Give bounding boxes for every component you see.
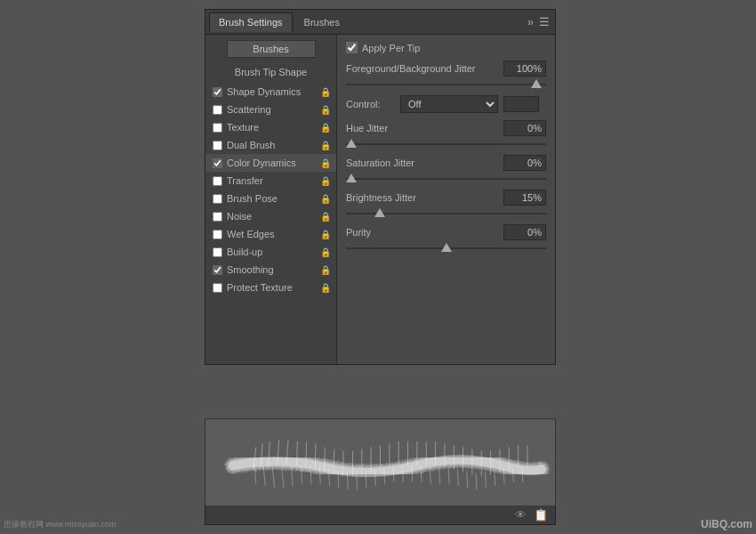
- smoothing-checkbox[interactable]: [213, 265, 222, 275]
- saturation-jitter-label: Saturation Jitter: [346, 158, 414, 168]
- fg-bg-jitter-thumb: [531, 79, 542, 88]
- sidebar-item-buildup[interactable]: Build-up 🔒: [205, 243, 336, 261]
- brightness-jitter-slider[interactable]: [346, 208, 546, 219]
- buildup-checkbox[interactable]: [213, 247, 222, 257]
- brush-tip-shape-header: Brush Tip Shape: [205, 65, 336, 79]
- sidebar-item-transfer[interactable]: Transfer 🔒: [205, 172, 336, 190]
- shape-dynamics-label: Shape Dynamics: [227, 86, 301, 97]
- transfer-checkbox[interactable]: [213, 176, 222, 186]
- sidebar-item-dual-brush[interactable]: Dual Brush 🔒: [205, 136, 336, 154]
- purity-value[interactable]: [503, 224, 546, 240]
- wet-edges-label: Wet Edges: [227, 229, 275, 239]
- lock-icon-3: 🔒: [320, 141, 331, 150]
- lock-icon-6: 🔒: [320, 194, 331, 204]
- hue-jitter-label: Hue Jitter: [346, 123, 388, 134]
- noise-checkbox[interactable]: [213, 212, 222, 222]
- texture-label: Texture: [227, 122, 259, 133]
- clipboard-icon[interactable]: 📋: [534, 508, 548, 522]
- lock-icon-9: 🔒: [320, 247, 331, 257]
- sidebar-item-noise[interactable]: Noise 🔒: [205, 207, 336, 225]
- lock-icon-8: 🔒: [320, 230, 331, 239]
- watermark: 思缘教程网 www.missyuan.com: [4, 519, 117, 530]
- apply-per-tip-label: Apply Per Tip: [362, 43, 420, 53]
- color-dynamics-label: Color Dynamics: [227, 158, 296, 168]
- texture-checkbox[interactable]: [213, 123, 222, 133]
- logo-text: UiBQ.com: [701, 518, 752, 530]
- color-dynamics-checkbox[interactable]: [213, 158, 222, 168]
- sidebar-item-color-dynamics[interactable]: Color Dynamics 🔒: [205, 154, 336, 172]
- sidebar-item-protect-texture[interactable]: Protect Texture 🔒: [205, 279, 336, 296]
- lock-icon-11: 🔒: [320, 283, 331, 293]
- noise-label: Noise: [227, 211, 252, 222]
- fg-bg-jitter-row: Foreground/Background Jitter: [346, 61, 546, 90]
- protect-texture-label: Protect Texture: [227, 282, 293, 293]
- lock-icon-7: 🔒: [320, 212, 331, 222]
- content-area: Apply Per Tip Foreground/Background Jitt…: [337, 35, 555, 364]
- transfer-label: Transfer: [227, 175, 263, 186]
- lock-icon-4: 🔒: [320, 158, 331, 168]
- hue-jitter-value[interactable]: [503, 120, 546, 136]
- control-row: Control: Off Fade Pen Pressure Pen Tilt …: [346, 95, 546, 113]
- logo: UiBQ.com: [701, 518, 752, 530]
- lock-icon-1: 🔒: [320, 105, 331, 115]
- hue-jitter-slider[interactable]: [346, 139, 546, 150]
- apply-per-tip-checkbox[interactable]: [346, 42, 358, 53]
- wet-edges-checkbox[interactable]: [213, 230, 222, 239]
- lock-icon-5: 🔒: [320, 176, 331, 186]
- menu-icon[interactable]: ☰: [539, 15, 550, 28]
- sidebar-item-smoothing[interactable]: Smoothing 🔒: [205, 261, 336, 279]
- brush-settings-panel: Brush Settings Brushes » ☰ Brushes Brush…: [205, 9, 556, 365]
- hue-jitter-thumb: [346, 139, 357, 148]
- lock-icon-0: 🔒: [320, 87, 331, 97]
- lock-icon-10: 🔒: [320, 265, 331, 275]
- sidebar-item-shape-dynamics[interactable]: Shape Dynamics 🔒: [205, 83, 336, 101]
- protect-texture-checkbox[interactable]: [213, 283, 222, 293]
- sidebar-item-brush-pose[interactable]: Brush Pose 🔒: [205, 190, 336, 207]
- brush-preview-area: [205, 418, 556, 507]
- shape-dynamics-checkbox[interactable]: [213, 87, 222, 97]
- tab-bar: Brush Settings Brushes » ☰: [205, 10, 555, 35]
- eye-icon[interactable]: 👁: [515, 508, 527, 522]
- scattering-checkbox[interactable]: [213, 105, 222, 115]
- sidebar-item-scattering[interactable]: Scattering 🔒: [205, 101, 336, 118]
- watermark-text: 思缘教程网 www.missyuan.com: [4, 520, 117, 529]
- saturation-jitter-value[interactable]: [503, 155, 546, 171]
- dual-brush-label: Dual Brush: [227, 140, 275, 150]
- purity-row: Purity: [346, 224, 546, 254]
- brush-preview-svg: [205, 419, 555, 506]
- sidebar-item-wet-edges[interactable]: Wet Edges 🔒: [205, 225, 336, 243]
- brush-pose-checkbox[interactable]: [213, 194, 222, 204]
- brightness-jitter-label: Brightness Jitter: [346, 192, 416, 203]
- buildup-label: Build-up: [227, 247, 262, 257]
- fg-bg-jitter-label: Foreground/Background Jitter: [346, 63, 476, 74]
- tab-brushes[interactable]: Brushes: [294, 12, 350, 32]
- dual-brush-checkbox[interactable]: [213, 141, 222, 150]
- apply-per-tip-row: Apply Per Tip: [346, 42, 546, 53]
- brightness-jitter-thumb: [374, 208, 385, 217]
- saturation-jitter-thumb: [346, 174, 357, 182]
- fg-bg-jitter-value[interactable]: [503, 61, 546, 77]
- control-extra-value[interactable]: [503, 96, 539, 112]
- control-label: Control:: [346, 99, 395, 109]
- sidebar-item-texture[interactable]: Texture 🔒: [205, 118, 336, 136]
- fg-bg-jitter-slider[interactable]: [346, 79, 546, 90]
- purity-thumb: [441, 243, 452, 252]
- tab-icons: » ☰: [527, 15, 550, 28]
- sidebar: Brushes Brush Tip Shape Shape Dynamics 🔒…: [205, 35, 337, 364]
- saturation-jitter-row: Saturation Jitter: [346, 155, 546, 184]
- forward-icon[interactable]: »: [527, 15, 534, 28]
- saturation-jitter-slider[interactable]: [346, 174, 546, 184]
- control-select[interactable]: Off Fade Pen Pressure Pen Tilt Stylus Wh…: [400, 95, 498, 113]
- purity-label: Purity: [346, 227, 371, 238]
- scattering-label: Scattering: [227, 104, 271, 115]
- brightness-jitter-value[interactable]: [503, 190, 546, 206]
- smoothing-label: Smoothing: [227, 264, 274, 275]
- brush-pose-label: Brush Pose: [227, 193, 277, 204]
- brightness-jitter-row: Brightness Jitter: [346, 190, 546, 219]
- purity-slider[interactable]: [346, 243, 546, 254]
- brushes-button[interactable]: Brushes: [227, 40, 316, 58]
- lock-icon-2: 🔒: [320, 123, 331, 133]
- bottom-toolbar: 👁 📋: [205, 506, 556, 525]
- tab-brush-settings[interactable]: Brush Settings: [209, 12, 293, 32]
- panel-body: Brushes Brush Tip Shape Shape Dynamics 🔒…: [205, 35, 555, 364]
